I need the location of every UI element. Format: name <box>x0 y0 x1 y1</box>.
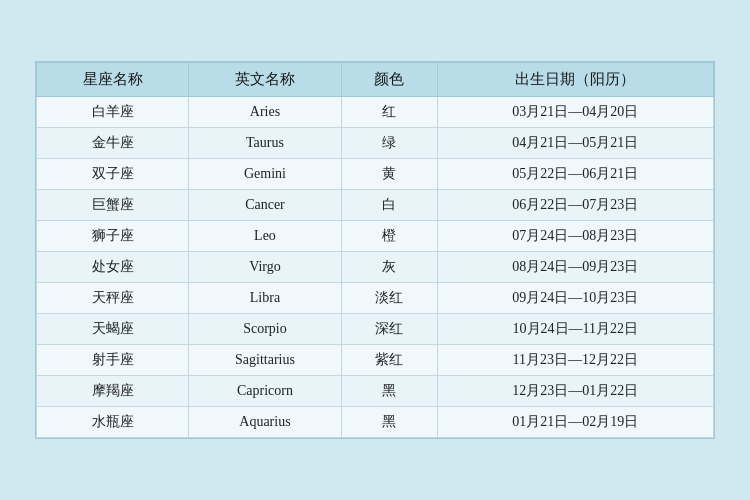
cell-chinese-name: 狮子座 <box>37 221 189 252</box>
cell-date: 06月22日—07月23日 <box>437 190 713 221</box>
table-row: 金牛座Taurus绿04月21日—05月21日 <box>37 128 714 159</box>
cell-chinese-name: 处女座 <box>37 252 189 283</box>
cell-chinese-name: 水瓶座 <box>37 407 189 438</box>
cell-english-name: Taurus <box>189 128 341 159</box>
table-body: 白羊座Aries红03月21日—04月20日金牛座Taurus绿04月21日—0… <box>37 97 714 438</box>
cell-english-name: Leo <box>189 221 341 252</box>
cell-english-name: Libra <box>189 283 341 314</box>
cell-color: 紫红 <box>341 345 437 376</box>
zodiac-table: 星座名称 英文名称 颜色 出生日期（阳历） 白羊座Aries红03月21日—04… <box>36 62 714 438</box>
cell-chinese-name: 巨蟹座 <box>37 190 189 221</box>
header-color: 颜色 <box>341 63 437 97</box>
table-row: 白羊座Aries红03月21日—04月20日 <box>37 97 714 128</box>
cell-english-name: Cancer <box>189 190 341 221</box>
cell-english-name: Sagittarius <box>189 345 341 376</box>
cell-color: 黄 <box>341 159 437 190</box>
cell-date: 09月24日—10月23日 <box>437 283 713 314</box>
cell-color: 灰 <box>341 252 437 283</box>
header-english-name: 英文名称 <box>189 63 341 97</box>
cell-date: 01月21日—02月19日 <box>437 407 713 438</box>
cell-chinese-name: 白羊座 <box>37 97 189 128</box>
cell-chinese-name: 金牛座 <box>37 128 189 159</box>
cell-chinese-name: 摩羯座 <box>37 376 189 407</box>
cell-date: 12月23日—01月22日 <box>437 376 713 407</box>
cell-date: 03月21日—04月20日 <box>437 97 713 128</box>
cell-date: 11月23日—12月22日 <box>437 345 713 376</box>
table-row: 狮子座Leo橙07月24日—08月23日 <box>37 221 714 252</box>
table-row: 天蝎座Scorpio深红10月24日—11月22日 <box>37 314 714 345</box>
cell-english-name: Gemini <box>189 159 341 190</box>
cell-english-name: Aries <box>189 97 341 128</box>
cell-color: 深红 <box>341 314 437 345</box>
cell-color: 黑 <box>341 407 437 438</box>
cell-color: 橙 <box>341 221 437 252</box>
table-row: 摩羯座Capricorn黑12月23日—01月22日 <box>37 376 714 407</box>
header-date: 出生日期（阳历） <box>437 63 713 97</box>
cell-date: 07月24日—08月23日 <box>437 221 713 252</box>
cell-color: 红 <box>341 97 437 128</box>
table-row: 巨蟹座Cancer白06月22日—07月23日 <box>37 190 714 221</box>
cell-chinese-name: 双子座 <box>37 159 189 190</box>
cell-english-name: Aquarius <box>189 407 341 438</box>
table-row: 处女座Virgo灰08月24日—09月23日 <box>37 252 714 283</box>
cell-color: 黑 <box>341 376 437 407</box>
cell-color: 白 <box>341 190 437 221</box>
cell-date: 08月24日—09月23日 <box>437 252 713 283</box>
table-row: 射手座Sagittarius紫红11月23日—12月22日 <box>37 345 714 376</box>
table-header-row: 星座名称 英文名称 颜色 出生日期（阳历） <box>37 63 714 97</box>
table-row: 双子座Gemini黄05月22日—06月21日 <box>37 159 714 190</box>
cell-color: 淡红 <box>341 283 437 314</box>
cell-chinese-name: 射手座 <box>37 345 189 376</box>
cell-english-name: Virgo <box>189 252 341 283</box>
cell-date: 10月24日—11月22日 <box>437 314 713 345</box>
cell-date: 04月21日—05月21日 <box>437 128 713 159</box>
cell-english-name: Scorpio <box>189 314 341 345</box>
cell-date: 05月22日—06月21日 <box>437 159 713 190</box>
cell-chinese-name: 天蝎座 <box>37 314 189 345</box>
cell-color: 绿 <box>341 128 437 159</box>
table-row: 水瓶座Aquarius黑01月21日—02月19日 <box>37 407 714 438</box>
table-row: 天秤座Libra淡红09月24日—10月23日 <box>37 283 714 314</box>
zodiac-table-container: 星座名称 英文名称 颜色 出生日期（阳历） 白羊座Aries红03月21日—04… <box>35 61 715 439</box>
cell-english-name: Capricorn <box>189 376 341 407</box>
header-chinese-name: 星座名称 <box>37 63 189 97</box>
cell-chinese-name: 天秤座 <box>37 283 189 314</box>
